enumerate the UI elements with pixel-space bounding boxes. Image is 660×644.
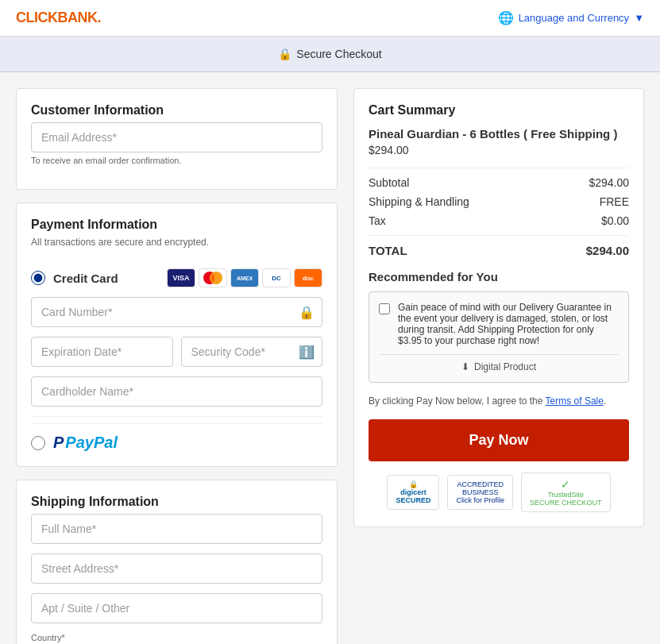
country-label: Country*: [31, 633, 173, 642]
zip-field-wrapper: [181, 633, 323, 644]
tax-row: Tax $0.00: [369, 214, 629, 227]
country-zip-row: Country* United States Canada United Kin…: [31, 633, 322, 644]
secure-banner: 🔒 Secure Checkout: [0, 37, 660, 72]
header: CLICKBANK. 🌐 Language and Currency ▼: [0, 0, 660, 37]
subtotal-value: $294.00: [589, 176, 629, 189]
fullname-input[interactable]: [31, 514, 322, 544]
logo: CLICKBANK.: [16, 10, 101, 26]
apt-field-wrapper: [31, 593, 322, 623]
paypal-radio[interactable]: [31, 436, 45, 450]
recommended-title: Recommended for You: [369, 270, 629, 283]
download-icon: ⬇: [461, 361, 469, 372]
terms-text: By clicking Pay Now below, I agree to th…: [369, 394, 629, 408]
total-label: TOTAL: [369, 244, 407, 257]
trustedsite-name: TrustedSite: [547, 491, 584, 499]
card-number-input[interactable]: [31, 297, 322, 327]
digital-product: ⬇ Digital Product: [379, 361, 619, 372]
cart-product-price: $294.00: [369, 144, 629, 156]
bbb-click: Click for Profile: [456, 496, 504, 504]
total-row: TOTAL $294.00: [369, 244, 629, 257]
recommended-section: Recommended for You Gain peace of mind w…: [369, 270, 629, 383]
total-divider: [369, 235, 629, 236]
credit-card-label: Credit Card: [53, 272, 118, 285]
terms-period: .: [604, 395, 606, 407]
terms-of-sale-link[interactable]: Terms of Sale: [546, 395, 604, 407]
mastercard-icon: [199, 268, 227, 287]
payment-info-subtitle: All transactions are secure and encrypte…: [31, 237, 322, 248]
digicert-badge: 🔒 digicert SECURED: [387, 475, 439, 510]
payment-information-section: Payment Information All transactions are…: [16, 202, 338, 467]
email-input[interactable]: [31, 122, 322, 152]
address-field-wrapper: [31, 553, 322, 584]
card-icons: VISA AMEX DC disc: [167, 268, 322, 287]
terms-prefix: By clicking Pay Now below, I agree to th…: [369, 395, 546, 407]
checkmark-icon: ✓: [561, 478, 570, 491]
bbb-badge: ACCREDITED BUSINESS Click for Profile: [447, 475, 513, 510]
shipping-label: Shipping & Handling: [369, 195, 469, 208]
trust-badges: 🔒 digicert SECURED ACCREDITED BUSINESS C…: [369, 472, 629, 512]
subtotal-label: Subtotal: [369, 176, 409, 189]
cart-summary-title: Cart Summary: [369, 103, 629, 118]
expiration-input[interactable]: [31, 337, 173, 367]
card-details-row: ℹ️: [31, 337, 322, 367]
shipping-information-section: Shipping Information Country* United Sta…: [16, 480, 338, 644]
email-field-wrapper: To receive an email order confirmation.: [31, 122, 322, 165]
expiration-field-wrapper: [31, 337, 173, 367]
language-currency-button[interactable]: 🌐 Language and Currency ▼: [498, 10, 644, 25]
apt-input[interactable]: [31, 593, 322, 623]
lang-currency-label: Language and Currency: [519, 12, 630, 24]
chevron-down-icon: ▼: [634, 12, 644, 24]
digicert-name: digicert: [400, 488, 426, 496]
credit-card-radio[interactable]: [31, 271, 45, 285]
shipping-value: FREE: [600, 195, 629, 208]
total-value: $294.00: [586, 244, 629, 257]
digicert-secured: SECURED: [396, 496, 430, 504]
info-icon: ℹ️: [299, 345, 315, 360]
paypal-option[interactable]: P PayPal: [31, 423, 322, 452]
cart-summary-section: Cart Summary Pineal Guardian - 6 Bottles…: [353, 88, 644, 527]
credit-card-option[interactable]: Credit Card VISA AMEX DC disc: [31, 259, 322, 297]
rec-divider: [379, 354, 619, 355]
cart-divider: [369, 168, 629, 168]
payment-info-title: Payment Information: [31, 218, 322, 232]
secure-banner-text: Secure Checkout: [296, 48, 381, 60]
rec-text: Gain peace of mind with our Delivery Gua…: [398, 302, 619, 346]
digital-product-label: Digital Product: [474, 361, 536, 372]
subtotal-row: Subtotal $294.00: [369, 176, 629, 189]
cardholder-name-input[interactable]: [31, 376, 322, 407]
cart-product-name: Pineal Guardian - 6 Bottles ( Free Shipp…: [369, 127, 629, 141]
lock-icon: 🔒: [299, 305, 315, 320]
customer-information-section: Customer Information To receive an email…: [16, 88, 338, 190]
bbb-business: BUSINESS: [462, 488, 499, 496]
shipping-row: Shipping & Handling FREE: [369, 195, 629, 208]
card-number-field-wrapper: 🔒: [31, 297, 322, 327]
country-select-wrapper: Country* United States Canada United Kin…: [31, 633, 173, 644]
left-column: Customer Information To receive an email…: [16, 88, 338, 644]
security-field-wrapper: ℹ️: [181, 337, 323, 367]
globe-icon: 🌐: [498, 10, 514, 25]
main-layout: Customer Information To receive an email…: [0, 72, 660, 644]
diners-icon: DC: [262, 268, 291, 287]
tax-label: Tax: [369, 214, 386, 227]
paypal-logo: P PayPal: [53, 434, 118, 452]
bbb-accredited: ACCREDITED: [457, 480, 504, 488]
customer-info-title: Customer Information: [31, 103, 322, 118]
delivery-guarantee-checkbox[interactable]: [379, 303, 390, 314]
logo-text: CLICKBANK.: [16, 10, 101, 25]
right-column: Cart Summary Pineal Guardian - 6 Bottles…: [353, 88, 644, 527]
paypal-p-icon: P: [53, 434, 64, 452]
recommendation-box: Gain peace of mind with our Delivery Gua…: [369, 291, 629, 383]
fullname-field-wrapper: [31, 514, 322, 544]
trustedsite-badge: ✓ TrustedSite SECURE CHECKOUT: [521, 472, 611, 512]
paypal-text-icon: PayPal: [65, 434, 118, 452]
discover-icon: disc: [294, 268, 322, 287]
shipping-info-title: Shipping Information: [31, 495, 322, 509]
street-address-input[interactable]: [31, 553, 322, 584]
pay-now-button[interactable]: Pay Now: [369, 419, 629, 461]
lock-icon: 🔒: [278, 48, 291, 60]
tax-value: $0.00: [601, 214, 629, 227]
zip-spacer: [181, 633, 323, 642]
email-hint: To receive an email order confirmation.: [31, 156, 322, 165]
amex-icon: AMEX: [230, 268, 259, 287]
rec-top: Gain peace of mind with our Delivery Gua…: [379, 302, 619, 346]
